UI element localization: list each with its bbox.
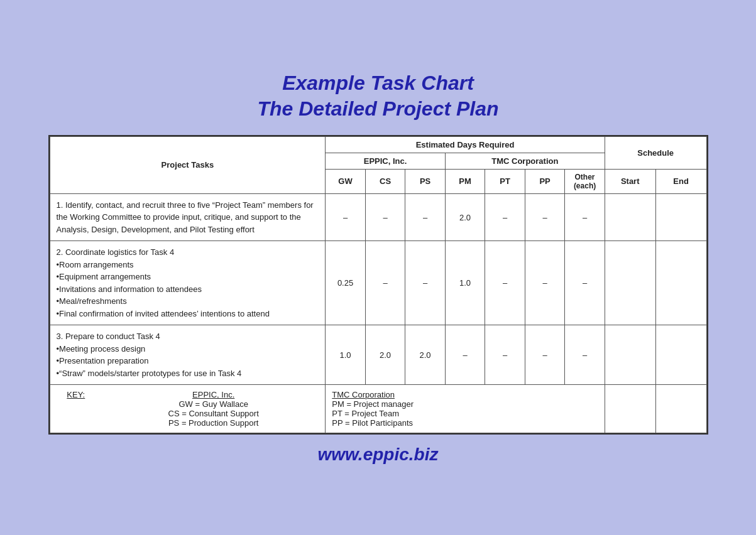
eppic-header: EPPIC, Inc. [326,153,446,169]
table-row: 1. Identify, contact, and recruit three … [50,193,706,241]
website-url: www.eppic.biz [318,445,439,465]
col-pm: PM [445,169,485,193]
row1-gw: – [326,193,366,241]
row3-ps: 2.0 [405,325,446,385]
row1-pp: – [525,193,565,241]
col-gw: GW [326,169,366,193]
row3-start [605,325,655,385]
row1-start [605,193,655,241]
estimated-days-header: Estimated Days Required [326,136,605,153]
row2-gw: 0.25 [326,241,366,325]
tmc-key-header: TMC Corporation [332,390,395,399]
row2-pm: 1.0 [445,241,485,325]
col-pt: PT [485,169,525,193]
page-title: Example Task Chart The Detailed Project … [257,70,498,135]
row3-pm: – [445,325,485,385]
tmc-key-item-0: PM = Project manager [332,399,598,409]
task-3-text: 3. Prepare to conduct Task 4•Meeting pro… [50,325,326,385]
schedule-header: Schedule [605,136,706,169]
key-start-cell [605,385,655,433]
col-other: Other (each) [565,169,605,193]
eppic-key-item-2: PS = Production Support [108,418,319,428]
row2-pp: – [525,241,565,325]
row2-pt: – [485,241,525,325]
row2-start [605,241,655,325]
col-pp: PP [525,169,565,193]
project-tasks-header: Project Tasks [50,136,326,193]
row2-end [655,241,706,325]
col-cs: CS [365,169,405,193]
tmc-key-item-1: PT = Project Team [332,409,598,418]
col-ps: PS [405,169,446,193]
table-row: 2. Coordinate logistics for Task 4•Room … [50,241,706,325]
tmc-header: TMC Corporation [445,153,605,169]
row2-other: – [565,241,605,325]
key-section-right: TMC Corporation PM = Project manager PT … [326,385,605,433]
eppic-key-header: EPPIC, Inc. [192,390,234,399]
tmc-key-item-2: PP = Pilot Participants [332,418,598,428]
row1-cs: – [365,193,405,241]
row1-ps: – [405,193,446,241]
row3-pt: – [485,325,525,385]
task-2-text: 2. Coordinate logistics for Task 4•Room … [50,241,326,325]
row3-pp: – [525,325,565,385]
eppic-key-item-1: CS = Consultant Support [108,409,319,418]
row3-gw: 1.0 [326,325,366,385]
row2-ps: – [405,241,446,325]
col-start: Start [605,169,655,193]
key-label: KEY: [67,390,85,399]
row1-end [655,193,706,241]
row1-pm: 2.0 [445,193,485,241]
row1-other: – [565,193,605,241]
row3-cs: 2.0 [365,325,405,385]
row3-other: – [565,325,605,385]
key-end-cell [655,385,706,433]
eppic-key-item-0: GW = Guy Wallace [108,399,319,409]
task-chart-table: Project Tasks Estimated Days Required Sc… [48,135,708,435]
key-row: KEY: EPPIC, Inc. GW = Guy Wallace CS = C… [50,385,706,433]
table-row: 3. Prepare to conduct Task 4•Meeting pro… [50,325,706,385]
row2-cs: – [365,241,405,325]
row3-end [655,325,706,385]
key-section-left: KEY: EPPIC, Inc. GW = Guy Wallace CS = C… [50,385,326,433]
col-end: End [655,169,706,193]
row1-pt: – [485,193,525,241]
task-1-text: 1. Identify, contact, and recruit three … [50,193,326,241]
